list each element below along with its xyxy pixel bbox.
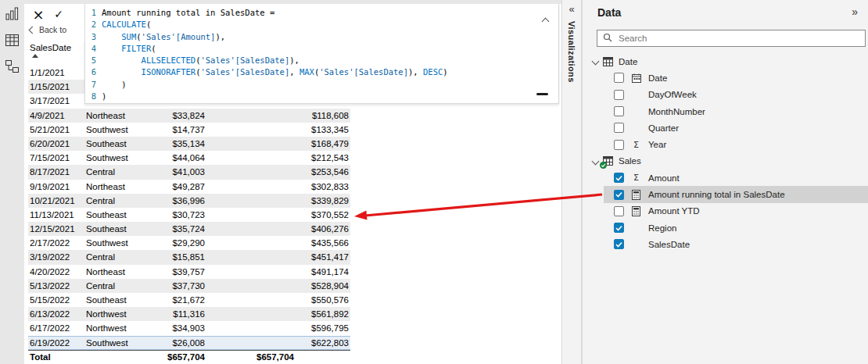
table-row[interactable]: 5/21/2021Southwest$14,737$133,345 <box>28 123 350 137</box>
code-line: 6 ISONORAFTER('Sales'[SalesDate], MAX('S… <box>85 66 541 78</box>
amount-cell: $49,287 <box>103 180 205 194</box>
data-pane: Data » DateDateDayOfWeekMonthNumberQuart… <box>582 0 868 364</box>
line-number: 1 <box>88 7 96 19</box>
total-row: Total $657,704 $657,704 <box>28 350 350 364</box>
field-item-salesdate[interactable]: SalesDate <box>604 236 868 252</box>
table-row[interactable]: 3/19/2022Central$15,851$451,417 <box>28 250 350 264</box>
report-view-button[interactable] <box>0 3 24 27</box>
checkbox[interactable] <box>614 190 624 200</box>
code-line: 7 ) <box>85 79 541 91</box>
checkbox[interactable] <box>614 123 624 133</box>
table-row[interactable]: 7/15/2021Southwest$44,064$212,543 <box>28 151 350 165</box>
field-item-monthnumber[interactable]: MonthNumber <box>604 103 868 120</box>
model-view-button[interactable] <box>0 56 24 80</box>
field-name: Amount <box>648 173 680 183</box>
table-row[interactable]: 2/17/2022Southwest$29,290$435,566 <box>28 236 350 250</box>
table-row[interactable]: 6/13/2022Northwest$11,316$561,892 <box>28 307 350 321</box>
data-view-icon <box>5 34 19 49</box>
field-item-quarter[interactable]: Quarter <box>604 120 868 136</box>
field-item-year[interactable]: ΣYear <box>604 136 868 152</box>
date-cell: 5/13/2022 <box>30 279 70 293</box>
checkbox[interactable] <box>614 239 624 249</box>
data-view-button[interactable] <box>0 30 24 53</box>
code-text: SUM('Sales'[Amount]), <box>102 31 225 43</box>
amount-cell: $37,730 <box>103 279 205 293</box>
field-item-date[interactable]: Date <box>604 70 868 86</box>
checkbox[interactable] <box>614 90 624 100</box>
table-name: Sales <box>619 156 641 166</box>
commit-button[interactable]: ✓ <box>49 5 68 23</box>
amount-cell: $35,724 <box>103 222 205 236</box>
date-cell: 3/17/2021 <box>30 94 70 108</box>
formula-bar-resize-handle[interactable] <box>536 93 548 95</box>
amount-cell: $21,672 <box>103 293 205 307</box>
table-row[interactable]: 6/20/2021Southeast$35,134$168,479 <box>28 137 350 151</box>
table-row[interactable]: 10/21/2021Central$36,996$339,829 <box>28 194 350 208</box>
running-total-cell: $133,345 <box>208 123 349 137</box>
line-number: 3 <box>88 31 96 43</box>
column-header-salesdate[interactable]: SalesDate <box>30 43 71 58</box>
checkbox[interactable] <box>614 173 624 183</box>
collapse-formula-bar-button[interactable] <box>543 13 548 27</box>
close-icon: × <box>32 6 44 23</box>
chevron-down-icon[interactable] <box>592 58 600 66</box>
table-row[interactable]: 5/13/2022Central$37,730$528,904 <box>28 279 350 293</box>
table-row[interactable]: 5/15/2022Southeast$21,672$550,576 <box>28 293 350 307</box>
table-item-date[interactable]: Date <box>583 53 868 70</box>
code-line: 4 FILTER( <box>85 43 541 55</box>
collapse-data-pane-button[interactable]: » <box>852 5 858 18</box>
table-item-sales[interactable]: Sales <box>583 153 868 170</box>
cancel-button[interactable]: × <box>29 5 48 23</box>
total-label: Total <box>30 351 51 363</box>
field-tree: DateDateDayOfWeekMonthNumberQuarterΣYear… <box>583 53 868 253</box>
line-number: 4 <box>88 43 96 55</box>
code-text: ) <box>102 91 106 102</box>
back-to-label: Back to <box>39 25 66 34</box>
total-running-total: $657,704 <box>200 351 294 363</box>
field-item-amount-running-total-in-salesdate[interactable]: Amount running total in SalesDate <box>604 186 868 202</box>
back-to-report-button[interactable]: Back to <box>30 25 66 34</box>
table-row[interactable]: 6/17/2022Northwest$34,903$596,795 <box>28 321 350 335</box>
expand-visualizations-button[interactable]: « <box>569 3 574 15</box>
table-row[interactable]: 4/9/2021Northeast$33,824$118,608 <box>28 109 350 123</box>
amount-cell: $36,996 <box>103 194 205 208</box>
search-icon <box>603 31 612 45</box>
line-number: 6 <box>88 66 96 78</box>
field-item-amount[interactable]: ΣAmount <box>604 170 868 186</box>
checkbox[interactable] <box>614 223 624 233</box>
visualizations-pane-collapsed[interactable]: « Visualizations <box>561 0 582 364</box>
code-text: Amount running total in SalesDate = <box>102 7 280 19</box>
total-amount: $657,704 <box>103 351 205 363</box>
formula-bar: 1Amount running total in SalesDate = 2CA… <box>84 4 559 104</box>
code-line: 8) <box>85 91 541 102</box>
table-row[interactable]: 4/20/2022Northeast$39,757$491,174 <box>28 265 350 279</box>
running-total-cell: $212,543 <box>208 151 349 165</box>
table-row[interactable]: 9/19/2021Northeast$49,287$302,833 <box>28 180 350 194</box>
field-item-region[interactable]: Region <box>604 219 868 236</box>
table-row[interactable]: 12/15/2021Southeast$35,724$406,276 <box>28 222 350 236</box>
field-name: Quarter <box>648 123 679 133</box>
formula-code[interactable]: 1Amount running total in SalesDate = 2CA… <box>85 7 541 102</box>
checkbox[interactable] <box>614 73 624 83</box>
visualizations-pane-title: Visualizations <box>567 21 576 83</box>
table-row[interactable]: 8/17/2021Central$41,003$253,546 <box>28 165 350 179</box>
chevron-down-icon[interactable] <box>592 157 600 165</box>
table-row[interactable]: 6/19/2022Southwest$26,008$622,803 <box>28 336 350 350</box>
checkbox[interactable] <box>614 106 624 116</box>
search-input[interactable] <box>617 33 859 44</box>
checkbox[interactable] <box>614 206 624 216</box>
date-cell: 9/19/2021 <box>30 180 70 194</box>
table-row[interactable]: 11/13/2021Southeast$30,723$370,552 <box>28 208 350 222</box>
field-item-amount-ytd[interactable]: Amount YTD <box>604 203 868 219</box>
date-cell: 7/15/2021 <box>30 151 70 165</box>
code-text: ALLSELECTED('Sales'[SalesDate]), <box>102 55 299 66</box>
double-chevron-right-icon: » <box>852 5 858 18</box>
amount-cell: $44,064 <box>103 151 205 165</box>
amount-cell: $26,008 <box>103 336 205 350</box>
running-total-cell: $370,552 <box>208 208 349 222</box>
checkbox[interactable] <box>614 140 624 150</box>
field-item-dayofweek[interactable]: DayOfWeek <box>604 87 868 103</box>
amount-cell: $15,851 <box>103 250 205 264</box>
code-line: 1Amount running total in SalesDate = <box>85 7 541 19</box>
field-name: SalesDate <box>648 240 690 249</box>
